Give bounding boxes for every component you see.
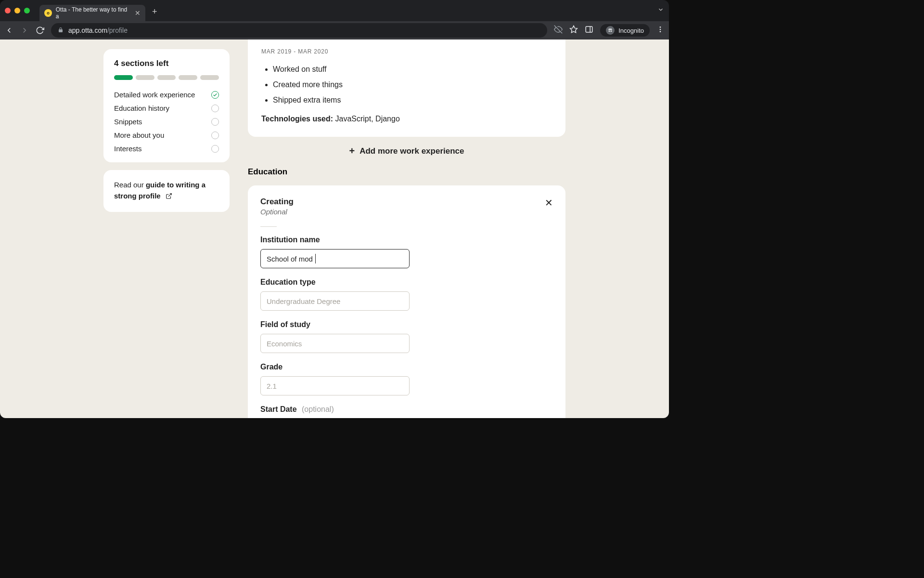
svg-point-7	[660, 31, 661, 32]
education-heading: Education	[248, 167, 565, 177]
tab-favicon: o	[44, 9, 52, 17]
education-type-label: Education type	[260, 278, 553, 287]
lock-icon	[58, 27, 64, 34]
grade-input[interactable]	[260, 376, 410, 395]
incognito-icon	[606, 26, 615, 35]
reload-button[interactable]	[36, 26, 44, 35]
education-form-card: Creating Optional ✕ Institution name	[248, 185, 565, 418]
experience-bullets: Worked on stuff Created more things Ship…	[261, 62, 552, 108]
close-form-button[interactable]: ✕	[545, 198, 553, 208]
minimize-window-button[interactable]	[14, 8, 20, 13]
address-bar: app.otta.com/profile Incognito	[0, 21, 669, 39]
page-viewport: 4 sections left Detailed work experience	[0, 39, 669, 418]
add-work-experience-button[interactable]: + Add more work experience	[248, 137, 565, 167]
new-tab-button[interactable]: +	[152, 7, 157, 17]
checklist-item-work-experience[interactable]: Detailed work experience	[114, 91, 219, 99]
creating-title: Creating	[260, 197, 294, 207]
address-field[interactable]: app.otta.com/profile	[51, 23, 547, 38]
browser-window: o Otta - The better way to find a ✕ + ap…	[0, 0, 669, 418]
window-traffic-lights	[5, 8, 30, 13]
progress-pill	[114, 75, 133, 80]
field-of-study-label: Field of study	[260, 320, 553, 329]
checklist-item-interests[interactable]: Interests	[114, 144, 219, 153]
panel-icon[interactable]	[585, 25, 593, 36]
sidebar: 4 sections left Detailed work experience	[103, 49, 230, 418]
institution-name-label: Institution name	[260, 236, 553, 244]
check-empty-icon	[211, 105, 219, 112]
menu-icon[interactable]	[656, 26, 664, 35]
svg-marker-0	[570, 26, 578, 33]
maximize-window-button[interactable]	[24, 8, 30, 13]
education-type-input[interactable]	[260, 291, 410, 311]
close-window-button[interactable]	[5, 8, 11, 13]
guide-card: Read our guide to writing a strong profi…	[103, 170, 230, 212]
technologies-used: Technologies used: JavaScript, Django	[261, 115, 552, 123]
url-path: /profile	[107, 26, 128, 34]
svg-point-4	[611, 30, 612, 32]
progress-pill	[136, 75, 154, 80]
checklist-item-snippets[interactable]: Snippets	[114, 118, 219, 126]
url-host: app.otta.com	[68, 26, 107, 34]
field-of-study-input[interactable]	[260, 334, 410, 353]
external-link-icon	[166, 192, 172, 203]
main-column: MAR 2019 - MAR 2020 Worked on stuff Crea…	[248, 49, 565, 418]
tabs-overflow-button[interactable]	[657, 6, 664, 15]
text-caret	[315, 254, 316, 263]
tab-title: Otta - The better way to find a	[56, 6, 131, 20]
eye-off-icon[interactable]	[554, 25, 563, 36]
start-date-label: Start Date (optional)	[260, 405, 553, 414]
check-empty-icon	[211, 118, 219, 126]
experience-date-range: MAR 2019 - MAR 2020	[261, 48, 552, 55]
progress-card: 4 sections left Detailed work experience	[103, 49, 230, 162]
check-done-icon	[211, 91, 219, 99]
checklist: Detailed work experience Education histo…	[114, 91, 219, 153]
divider	[260, 226, 277, 227]
tab-bar: o Otta - The better way to find a ✕ +	[0, 0, 669, 21]
grade-label: Grade	[260, 363, 553, 371]
experience-bullet: Created more things	[273, 77, 552, 92]
progress-pills	[114, 75, 219, 80]
progress-pill	[200, 75, 219, 80]
close-tab-button[interactable]: ✕	[135, 9, 141, 17]
sections-left-title: 4 sections left	[114, 59, 219, 68]
svg-line-8	[168, 193, 171, 196]
optional-label: Optional	[260, 208, 294, 216]
svg-point-6	[660, 29, 661, 30]
progress-pill	[157, 75, 176, 80]
incognito-badge[interactable]: Incognito	[600, 24, 650, 37]
institution-name-input[interactable]	[260, 249, 410, 268]
check-empty-icon	[211, 131, 219, 139]
svg-rect-1	[586, 26, 592, 32]
experience-bullet: Worked on stuff	[273, 62, 552, 77]
check-empty-icon	[211, 145, 219, 153]
svg-point-3	[609, 30, 610, 32]
plus-icon: +	[349, 145, 355, 157]
back-button[interactable]	[5, 26, 13, 35]
progress-pill	[179, 75, 197, 80]
checklist-item-more-about-you[interactable]: More about you	[114, 131, 219, 139]
star-icon[interactable]	[569, 25, 578, 36]
svg-point-5	[660, 26, 661, 28]
browser-tab[interactable]: o Otta - The better way to find a ✕	[39, 5, 145, 21]
experience-bullet: Shipped extra items	[273, 92, 552, 108]
forward-button[interactable]	[20, 26, 29, 35]
checklist-item-education-history[interactable]: Education history	[114, 104, 219, 112]
work-experience-card: MAR 2019 - MAR 2020 Worked on stuff Crea…	[248, 39, 565, 137]
